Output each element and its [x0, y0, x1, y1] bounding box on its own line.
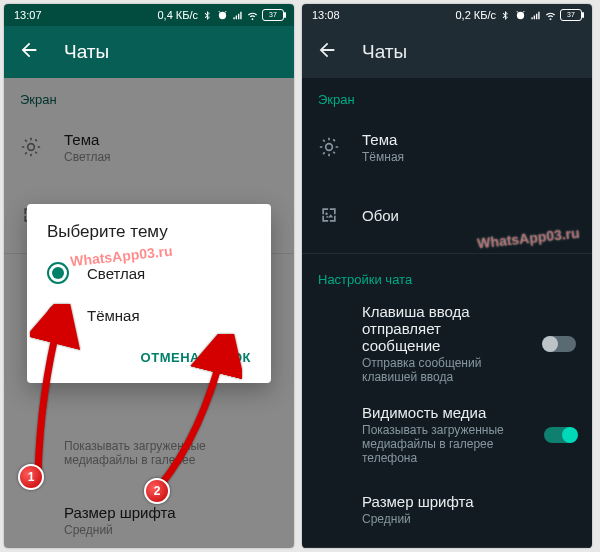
media-vis-label: Видимость медиа [362, 404, 522, 421]
item-theme[interactable]: Тема Тёмная [302, 113, 592, 181]
divider [302, 547, 592, 548]
status-net: 0,4 КБ/с [157, 9, 198, 21]
bluetooth-icon [202, 10, 213, 21]
dialog-title: Выберите тему [27, 222, 271, 252]
enter-send-label: Клавиша ввода отправляет сообщение [362, 303, 522, 354]
switch-enter-send[interactable] [544, 336, 576, 352]
statusbar: 13:08 0,2 КБ/с 37 [302, 4, 592, 26]
section-display: Экран [302, 78, 592, 113]
battery-icon: 37 [262, 9, 284, 21]
status-time: 13:08 [312, 9, 340, 21]
item-font-size[interactable]: Размер шрифта Средний [302, 475, 592, 543]
ok-button[interactable]: ОК [220, 342, 263, 373]
back-button[interactable] [18, 39, 40, 65]
radio-icon [47, 262, 69, 284]
item-enter-send[interactable]: Клавиша ввода отправляет сообщение Отпра… [302, 293, 592, 394]
alarm-icon [515, 10, 526, 21]
content: Экран Тема Светлая Обои [4, 78, 294, 548]
item-media-visibility[interactable]: Видимость медиа Показывать загруженные м… [302, 394, 592, 475]
back-button[interactable] [316, 39, 338, 65]
enter-send-sub: Отправка сообщений клавишей ввода [362, 356, 522, 384]
radio-light-label: Светлая [87, 265, 145, 282]
fontsize-label: Размер шрифта [362, 493, 576, 510]
appbar: Чаты [302, 26, 592, 78]
statusbar: 13:07 0,4 КБ/с 37 [4, 4, 294, 26]
phone-right: 13:08 0,2 КБ/с 37 Чаты Экран [302, 4, 592, 548]
battery-icon: 37 [560, 9, 582, 21]
media-vis-sub: Показывать загруженные медиафайлы в гале… [362, 423, 522, 465]
page-title: Чаты [64, 41, 109, 63]
theme-label: Тема [362, 131, 576, 148]
bluetooth-icon [500, 10, 511, 21]
content: Экран Тема Тёмная Обои Настройки чата [302, 78, 592, 548]
page-title: Чаты [362, 41, 407, 63]
signal-icon [530, 10, 541, 21]
status-net: 0,2 КБ/с [455, 9, 496, 21]
wallpaper-label: Обои [362, 207, 576, 224]
wallpaper-icon [318, 205, 340, 225]
phone-left: 13:07 0,4 КБ/с 37 Чаты Экран [4, 4, 294, 548]
cancel-button[interactable]: ОТМЕНА [129, 342, 212, 373]
wifi-icon [545, 10, 556, 21]
signal-icon [232, 10, 243, 21]
item-wallpaper[interactable]: Обои [302, 181, 592, 249]
fontsize-value: Средний [362, 512, 576, 526]
theme-value: Тёмная [362, 150, 576, 164]
theme-dialog: Выберите тему Светлая Тёмная ОТМЕНА ОК [27, 204, 271, 383]
appbar: Чаты [4, 26, 294, 78]
status-time: 13:07 [14, 9, 42, 21]
wifi-icon [247, 10, 258, 21]
radio-light[interactable]: Светлая [27, 252, 271, 294]
radio-icon [47, 304, 69, 326]
alarm-icon [217, 10, 228, 21]
switch-media-visibility[interactable] [544, 427, 576, 443]
radio-dark-label: Тёмная [87, 307, 140, 324]
section-chat: Настройки чата [302, 258, 592, 293]
brightness-icon [318, 137, 340, 157]
radio-dark[interactable]: Тёмная [27, 294, 271, 336]
divider [302, 253, 592, 254]
